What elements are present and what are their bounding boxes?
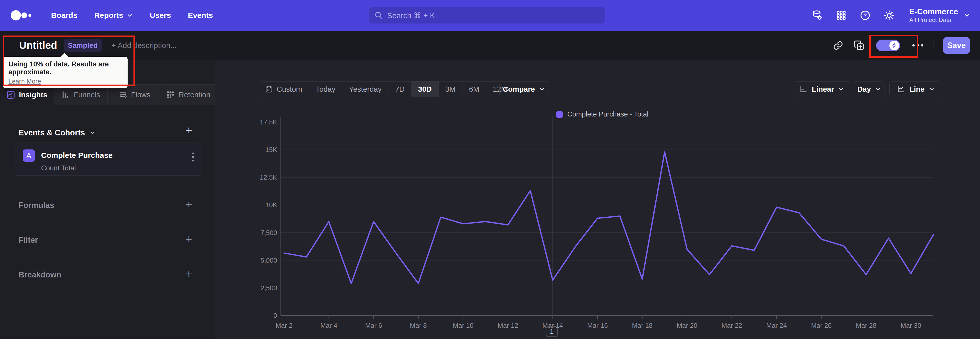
search-input[interactable]: Search ⌘ + K xyxy=(369,7,605,24)
add-event-button[interactable]: + xyxy=(183,125,194,136)
report-toolbar: Untitled Sampled + Add description... xyxy=(0,30,980,60)
svg-text:Mar 12: Mar 12 xyxy=(498,321,518,329)
svg-text:Mar 20: Mar 20 xyxy=(677,321,697,329)
chart-type-dropdown[interactable]: Line xyxy=(889,81,942,97)
nav-right-cluster: ? E-Commerce All Project Data xyxy=(811,0,971,30)
project-selector[interactable]: E-Commerce All Project Data xyxy=(909,7,971,24)
apps-grid-icon[interactable] xyxy=(835,10,847,21)
retention-icon xyxy=(166,90,175,99)
nav-boards[interactable]: Boards xyxy=(51,11,77,20)
sampling-tooltip: Using 10% of data. Results are approxima… xyxy=(3,57,127,88)
chevron-down-icon xyxy=(875,86,881,92)
chevron-down-icon xyxy=(126,12,133,19)
svg-text:10K: 10K xyxy=(266,201,277,209)
svg-text:5,000: 5,000 xyxy=(261,256,277,264)
calendar-icon xyxy=(265,85,273,93)
line-chart-icon xyxy=(897,85,905,93)
sampled-badge[interactable]: Sampled xyxy=(64,39,102,51)
lightning-bolt-icon xyxy=(891,42,897,48)
svg-text:Mar 10: Mar 10 xyxy=(453,321,473,329)
copy-link-icon[interactable] xyxy=(832,40,844,51)
report-title[interactable]: Untitled xyxy=(19,40,57,51)
svg-text:Mar 8: Mar 8 xyxy=(410,321,427,329)
search-placeholder: Search ⌘ + K xyxy=(387,11,435,20)
interval-dropdown[interactable]: Day xyxy=(854,81,885,97)
event-metric[interactable]: Count Total xyxy=(41,164,76,172)
chevron-down-icon xyxy=(929,86,935,92)
add-formula-button[interactable]: + xyxy=(183,199,194,210)
tooltip-message: Using 10% of data. Results are approxima… xyxy=(8,60,122,76)
chart-controls: Custom Today Yesterday 7D 30D 3M 6M 12M … xyxy=(215,60,980,101)
section-filter: Filter xyxy=(19,235,38,245)
insights-icon xyxy=(6,90,15,99)
compare-button[interactable]: Compare xyxy=(500,81,549,97)
mixpanel-logo-icon[interactable] xyxy=(10,9,33,21)
more-menu-icon[interactable] xyxy=(912,44,924,46)
svg-text:0: 0 xyxy=(274,312,277,319)
tab-retention[interactable]: Retention xyxy=(161,84,215,105)
chevron-down-icon xyxy=(539,86,545,92)
date-range-segmented-control: Custom Today Yesterday 7D 30D 3M 6M 12M xyxy=(258,81,514,97)
events-cohorts-header[interactable]: Events & Cohorts xyxy=(19,128,96,138)
svg-text:Mar 28: Mar 28 xyxy=(856,321,877,329)
duplicate-icon[interactable] xyxy=(853,40,865,51)
save-button[interactable]: Save xyxy=(943,37,970,54)
chevron-down-icon xyxy=(963,11,971,19)
add-filter-button[interactable]: + xyxy=(183,233,194,245)
chevron-down-icon xyxy=(838,86,844,92)
svg-text:Mar 4: Mar 4 xyxy=(320,321,337,329)
nav-events[interactable]: Events xyxy=(188,11,213,20)
event-card[interactable]: A Complete Purchase Count Total xyxy=(14,142,202,176)
add-description-field[interactable]: + Add description... xyxy=(111,41,177,50)
sampling-toggle[interactable] xyxy=(876,40,900,51)
flows-icon xyxy=(118,90,127,99)
svg-text:Mar 18: Mar 18 xyxy=(632,321,652,329)
svg-text:Mar 26: Mar 26 xyxy=(811,321,832,329)
learn-more-link[interactable]: Learn More xyxy=(8,78,41,85)
funnels-icon xyxy=(61,90,70,99)
svg-text:Mar 2: Mar 2 xyxy=(275,321,293,329)
toggle-knob xyxy=(889,41,899,50)
scale-dropdown[interactable]: Linear xyxy=(794,81,850,97)
svg-text:Mar 22: Mar 22 xyxy=(721,321,742,329)
content-region: Insights Funnels xyxy=(0,60,980,339)
svg-text:Mar 16: Mar 16 xyxy=(587,321,608,329)
pagination-page-button[interactable]: 1 xyxy=(546,326,558,337)
settings-gear-icon[interactable] xyxy=(883,10,895,21)
event-name[interactable]: Complete Purchase xyxy=(41,151,113,160)
chart-panel: Custom Today Yesterday 7D 30D 3M 6M 12M … xyxy=(215,60,980,339)
range-yesterday[interactable]: Yesterday xyxy=(342,82,388,97)
app-screen: Boards Reports Users Events Search ⌘ + K xyxy=(0,0,980,339)
svg-text:7,500: 7,500 xyxy=(261,229,277,237)
help-icon[interactable]: ? xyxy=(859,10,871,21)
range-7d[interactable]: 7D xyxy=(388,82,411,97)
section-formulas: Formulas xyxy=(19,201,54,210)
range-3m[interactable]: 3M xyxy=(439,82,463,97)
svg-text:Mar 6: Mar 6 xyxy=(365,321,382,329)
chevron-down-icon xyxy=(89,130,96,136)
svg-text:15K: 15K xyxy=(266,146,277,154)
data-management-icon[interactable] xyxy=(811,10,823,21)
svg-text:?: ? xyxy=(863,12,867,19)
range-6m[interactable]: 6M xyxy=(463,82,486,97)
svg-text:Mar 24: Mar 24 xyxy=(766,321,787,329)
event-index-chip: A xyxy=(23,149,35,162)
range-30d[interactable]: 30D xyxy=(411,82,438,97)
section-breakdown: Breakdown xyxy=(19,270,61,280)
toolbar-divider xyxy=(934,40,934,51)
range-custom[interactable]: Custom xyxy=(258,82,309,97)
nav-reports[interactable]: Reports xyxy=(94,11,133,20)
svg-text:2,500: 2,500 xyxy=(261,284,277,292)
primary-nav: Boards Reports Users Events xyxy=(51,11,213,20)
svg-text:12.5K: 12.5K xyxy=(260,173,277,181)
event-kebab-menu-icon[interactable] xyxy=(192,152,194,162)
svg-text:Mar 30: Mar 30 xyxy=(900,321,921,329)
add-breakdown-button[interactable]: + xyxy=(183,268,194,280)
search-icon xyxy=(374,11,383,20)
project-scope: All Project Data xyxy=(909,16,958,24)
line-chart[interactable]: 02,5005,0007,50010K12.5K15K17.5KMar 2Mar… xyxy=(255,112,944,339)
range-today[interactable]: Today xyxy=(309,82,342,97)
nav-users[interactable]: Users xyxy=(150,11,171,20)
tooltip-arrow xyxy=(60,53,68,57)
svg-text:17.5K: 17.5K xyxy=(260,118,277,126)
